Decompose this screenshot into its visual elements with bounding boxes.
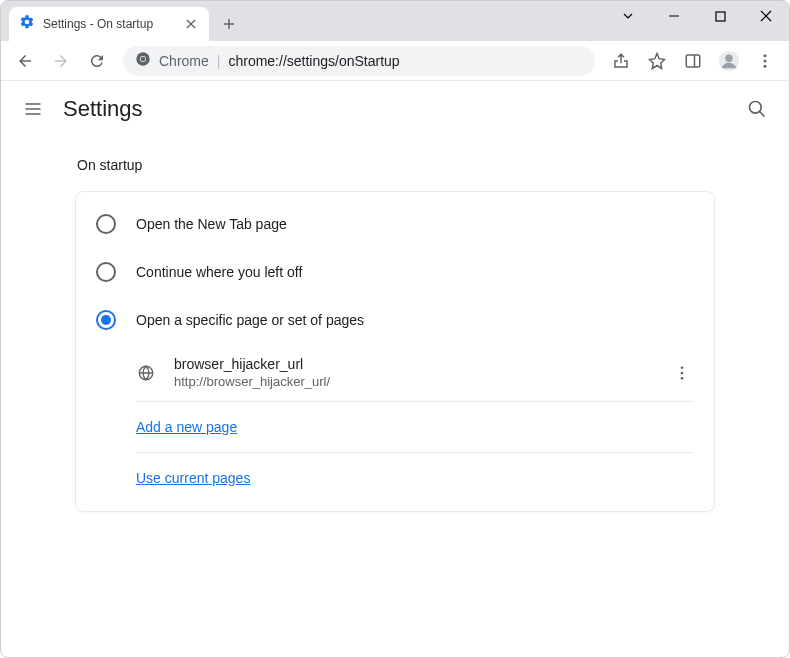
profile-icon[interactable] xyxy=(713,45,745,77)
forward-button[interactable] xyxy=(45,45,77,77)
radio-label: Open a specific page or set of pages xyxy=(136,312,364,328)
radio-icon-selected xyxy=(96,310,116,330)
svg-rect-4 xyxy=(686,55,700,67)
star-icon[interactable] xyxy=(641,45,673,77)
hamburger-icon[interactable] xyxy=(21,97,45,121)
chrome-icon xyxy=(135,51,151,71)
sidepanel-icon[interactable] xyxy=(677,45,709,77)
radio-icon xyxy=(96,214,116,234)
svg-point-13 xyxy=(681,371,684,374)
svg-point-14 xyxy=(681,376,684,379)
reload-button[interactable] xyxy=(81,45,113,77)
add-page-link[interactable]: Add a new page xyxy=(136,419,237,435)
browser-tab[interactable]: Settings - On startup xyxy=(9,7,209,41)
radio-icon xyxy=(96,262,116,282)
maximize-button[interactable] xyxy=(697,1,743,31)
tab-title: Settings - On startup xyxy=(43,17,175,31)
close-window-button[interactable] xyxy=(743,1,789,31)
window-titlebar: Settings - On startup xyxy=(1,1,789,41)
svg-rect-0 xyxy=(716,12,725,21)
startup-page-url: http://browser_hijacker_url/ xyxy=(174,374,652,389)
menu-icon[interactable] xyxy=(749,45,781,77)
use-current-link[interactable]: Use current pages xyxy=(136,470,250,486)
svg-point-9 xyxy=(764,64,767,67)
use-current-row[interactable]: Use current pages xyxy=(136,453,694,503)
page-title: Settings xyxy=(63,96,727,122)
browser-toolbar: Chrome | chrome://settings/onStartup xyxy=(1,41,789,81)
search-icon[interactable] xyxy=(745,97,769,121)
globe-icon xyxy=(136,363,156,383)
more-icon[interactable] xyxy=(670,361,694,385)
minimize-button[interactable] xyxy=(651,1,697,31)
address-bar[interactable]: Chrome | chrome://settings/onStartup xyxy=(123,46,595,76)
new-tab-button[interactable] xyxy=(215,10,243,38)
back-button[interactable] xyxy=(9,45,41,77)
svg-point-12 xyxy=(681,366,684,369)
settings-header: Settings xyxy=(1,81,789,137)
startup-card: Open the New Tab page Continue where you… xyxy=(75,191,715,512)
startup-page-name: browser_hijacker_url xyxy=(174,356,652,372)
gear-icon xyxy=(19,14,35,34)
svg-point-8 xyxy=(764,59,767,62)
share-icon[interactable] xyxy=(605,45,637,77)
radio-continue[interactable]: Continue where you left off xyxy=(76,248,714,296)
chevron-down-icon[interactable] xyxy=(605,1,651,31)
startup-page-row: browser_hijacker_url http://browser_hija… xyxy=(136,344,694,402)
svg-point-10 xyxy=(750,102,762,114)
omnibox-url: chrome://settings/onStartup xyxy=(228,53,399,69)
svg-point-7 xyxy=(764,54,767,57)
svg-point-6 xyxy=(725,54,732,61)
radio-specific[interactable]: Open a specific page or set of pages xyxy=(76,296,714,344)
omnibox-separator: | xyxy=(217,53,221,69)
omnibox-prefix: Chrome xyxy=(159,53,209,69)
radio-label: Continue where you left off xyxy=(136,264,302,280)
add-page-row[interactable]: Add a new page xyxy=(136,402,694,453)
radio-new-tab[interactable]: Open the New Tab page xyxy=(76,200,714,248)
section-title: On startup xyxy=(75,157,715,173)
close-icon[interactable] xyxy=(183,16,199,32)
svg-point-3 xyxy=(141,56,146,61)
radio-label: Open the New Tab page xyxy=(136,216,287,232)
